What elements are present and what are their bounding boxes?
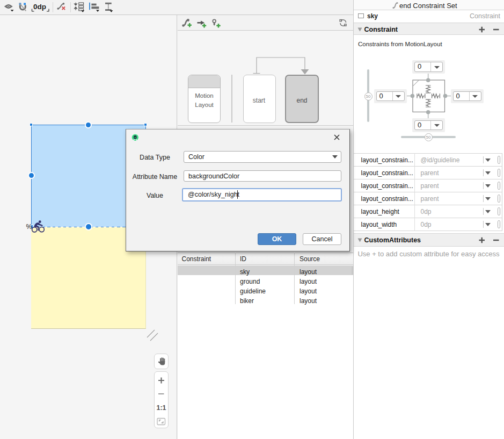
svg-text:0dp: 0dp — [33, 3, 46, 11]
